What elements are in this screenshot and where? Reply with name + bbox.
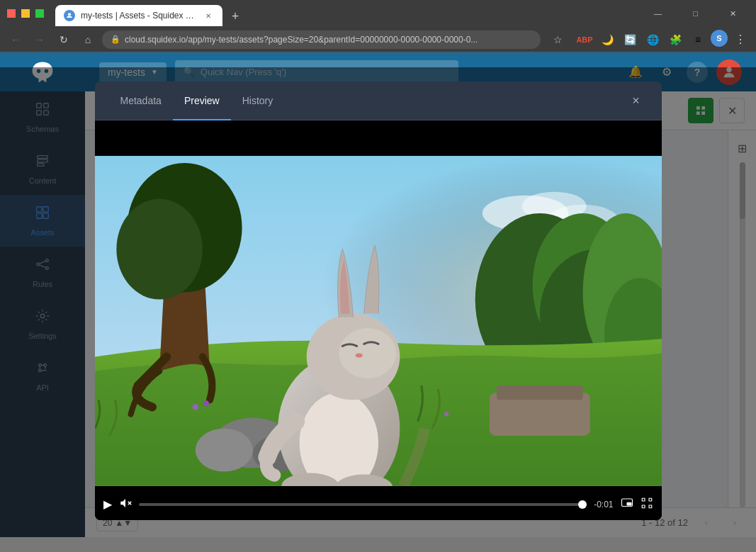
svg-point-53 xyxy=(355,353,362,357)
modal-body: ▶ -0:01 xyxy=(95,120,662,520)
svg-point-56 xyxy=(192,404,198,410)
bookmark-button[interactable]: ☆ xyxy=(548,30,568,50)
tab-favicon xyxy=(64,10,75,21)
modal-header: Metadata Preview History × xyxy=(95,81,662,120)
svg-point-58 xyxy=(444,412,448,417)
new-tab-button[interactable]: + xyxy=(225,6,245,26)
tab-preview[interactable]: Preview xyxy=(173,81,231,120)
forward-button[interactable]: → xyxy=(30,30,50,50)
tab-close-button[interactable]: ✕ xyxy=(203,10,214,21)
minimize-button[interactable]: — xyxy=(642,4,674,23)
metadata-tab-label: Metadata xyxy=(120,95,162,106)
extension-icon-1[interactable]: 🔄 xyxy=(620,30,640,50)
close-button[interactable]: ✕ xyxy=(717,4,749,23)
browser-toolbar-right: ABP 🌙 🔄 🌐 🧩 ≡ S ⋮ xyxy=(575,30,750,50)
abp-icon[interactable]: ABP xyxy=(575,30,594,50)
svg-point-45 xyxy=(195,429,252,472)
svg-point-52 xyxy=(339,328,396,378)
svg-point-48 xyxy=(116,199,203,300)
browser-menu-button[interactable]: ⋮ xyxy=(730,30,750,50)
translate-icon[interactable]: 🌐 xyxy=(643,30,662,50)
progress-thumb[interactable] xyxy=(578,500,587,509)
address-text: cloud.squidex.io/app/my-tests/assets?pag… xyxy=(125,35,478,45)
title-bar: my-tests | Assets - Squidex Head ✕ + — □… xyxy=(0,0,756,27)
svg-point-57 xyxy=(203,400,208,406)
pip-button[interactable] xyxy=(621,497,633,512)
browser-chrome: my-tests | Assets - Squidex Head ✕ + — □… xyxy=(0,0,756,52)
progress-bar[interactable] xyxy=(139,503,587,506)
window-controls: — □ ✕ xyxy=(642,4,749,23)
svg-point-0 xyxy=(68,13,71,16)
time-display: -0:01 xyxy=(594,500,613,509)
refresh-button[interactable]: ↻ xyxy=(54,30,74,50)
maximize-button[interactable]: □ xyxy=(679,4,711,23)
modal-close-button[interactable]: × xyxy=(625,89,648,112)
browser-toolbar: ← → ↻ ⌂ 🔒 cloud.squidex.io/app/my-tests/… xyxy=(0,27,756,52)
home-button[interactable]: ⌂ xyxy=(78,30,98,50)
back-button[interactable]: ← xyxy=(6,30,26,50)
svg-rect-43 xyxy=(497,385,583,400)
tab-history[interactable]: History xyxy=(231,81,285,120)
address-bar[interactable]: 🔒 cloud.squidex.io/app/my-tests/assets?p… xyxy=(102,30,541,49)
svg-rect-62 xyxy=(627,503,631,506)
history-tab-label: History xyxy=(242,95,273,106)
preview-tab-label: Preview xyxy=(184,95,220,106)
video-top-bar xyxy=(95,120,662,156)
play-icon: ▶ xyxy=(103,498,112,510)
play-button[interactable]: ▶ xyxy=(103,497,112,511)
active-tab[interactable]: my-tests | Assets - Squidex Head ✕ xyxy=(55,5,222,26)
tab-metadata[interactable]: Metadata xyxy=(109,81,173,120)
asset-modal: Metadata Preview History × xyxy=(95,81,662,520)
extension-icon-2[interactable]: ≡ xyxy=(688,30,708,50)
extensions-icon[interactable]: 🧩 xyxy=(665,30,685,50)
modal-overlay[interactable]: Metadata Preview History × xyxy=(0,67,756,552)
tab-title: my-tests | Assets - Squidex Head xyxy=(81,11,194,21)
browser-user-avatar[interactable]: S xyxy=(711,30,728,47)
video-controls: ▶ -0:01 xyxy=(95,489,662,520)
video-frame xyxy=(95,156,662,489)
fullscreen-button[interactable] xyxy=(641,497,653,512)
dark-mode-icon[interactable]: 🌙 xyxy=(597,30,617,50)
lock-icon: 🔒 xyxy=(111,35,120,44)
close-icon: × xyxy=(632,94,640,108)
mute-button[interactable] xyxy=(119,497,132,512)
